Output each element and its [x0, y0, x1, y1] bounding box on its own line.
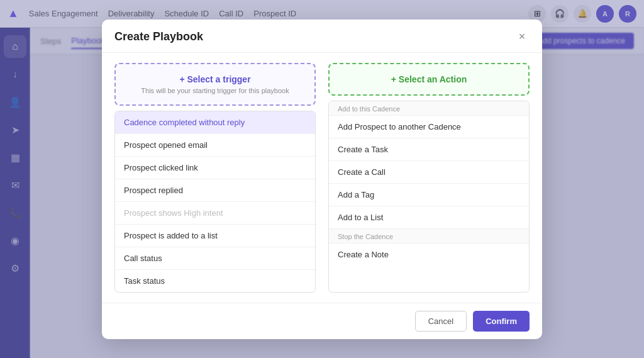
action-list: Add to this Cadence Add Prospect to anot…: [328, 101, 530, 293]
modal-body: + Select a trigger This will be your sta…: [102, 53, 542, 303]
trigger-item-opened-email[interactable]: Prospect opened email: [115, 134, 315, 157]
trigger-item-high-intent: Prospect shows High intent: [115, 202, 315, 225]
trigger-panel: + Select a trigger This will be your sta…: [114, 63, 316, 293]
trigger-item-added-to-list[interactable]: Prospect is added to a list: [115, 225, 315, 247]
app-background: ▲ Sales Engagement Deliverability Schedu…: [0, 0, 644, 358]
action-item-create-call[interactable]: Create a Call: [329, 161, 529, 184]
cancel-button[interactable]: Cancel: [415, 311, 467, 332]
confirm-button[interactable]: Confirm: [473, 311, 530, 332]
trigger-item-task-status[interactable]: Task status: [115, 270, 315, 292]
action-section-add-cadence: Add to this Cadence: [329, 101, 529, 116]
modal-title: Create Playbook: [114, 30, 203, 43]
action-select-box[interactable]: + Select an Action: [328, 63, 530, 96]
action-select-title: + Select an Action: [340, 74, 518, 84]
create-playbook-modal: Create Playbook × + Select a trigger Thi…: [102, 20, 542, 339]
modal-overlay: Create Playbook × + Select a trigger Thi…: [0, 0, 644, 358]
action-item-add-tag[interactable]: Add a Tag: [329, 184, 529, 206]
trigger-item-cadence-completed[interactable]: Cadence completed without reply: [115, 111, 315, 134]
action-item-create-task[interactable]: Create a Task: [329, 138, 529, 161]
modal-footer: Cancel Confirm: [102, 303, 542, 339]
modal-close-button[interactable]: ×: [514, 30, 530, 45]
action-item-add-prospect[interactable]: Add Prospect to another Cadence: [329, 116, 529, 138]
trigger-list: Cadence completed without reply Prospect…: [114, 111, 316, 293]
action-panel: + Select an Action Add to this Cadence A…: [328, 63, 530, 293]
action-section-stop-cadence: Stop the Cadence: [329, 229, 529, 243]
action-item-create-note[interactable]: Create a Note: [329, 243, 529, 266]
trigger-item-replied[interactable]: Prospect replied: [115, 179, 315, 202]
trigger-select-box[interactable]: + Select a trigger This will be your sta…: [114, 63, 316, 106]
modal-header: Create Playbook ×: [102, 20, 542, 53]
trigger-item-call-status[interactable]: Call status: [115, 247, 315, 270]
trigger-item-clicked-link[interactable]: Prospect clicked link: [115, 157, 315, 179]
trigger-select-subtitle: This will be your starting trigger for t…: [126, 87, 304, 94]
trigger-select-title: + Select a trigger: [126, 74, 304, 84]
action-item-add-to-list[interactable]: Add to a List: [329, 206, 529, 229]
